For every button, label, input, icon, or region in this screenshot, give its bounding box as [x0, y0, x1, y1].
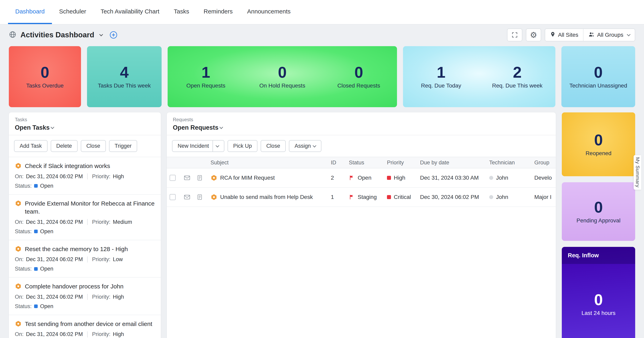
- notes-action[interactable]: [196, 175, 210, 181]
- on-label: On:: [15, 256, 24, 262]
- close-task-button[interactable]: Close: [81, 140, 106, 152]
- task-title: Complete handover process for John: [25, 282, 124, 291]
- column-header-subject[interactable]: Subject: [210, 160, 331, 166]
- tab-label: Announcements: [247, 8, 291, 15]
- add-task-button[interactable]: Add Task: [14, 140, 48, 152]
- stat-card-technician-unassigned[interactable]: 0 Technician Unassigned: [562, 46, 635, 107]
- technician-name: John: [496, 175, 508, 181]
- priority-label: Priority:: [92, 256, 110, 262]
- stat-open-requests[interactable]: 1 Open Requests: [168, 65, 244, 89]
- top-nav: Dashboard Scheduler Tech Availability Ch…: [0, 0, 644, 25]
- tab-scheduler[interactable]: Scheduler: [52, 0, 94, 24]
- stat-label: Tasks Overdue: [26, 83, 64, 89]
- separator: [87, 219, 88, 225]
- request-subject[interactable]: RCA for MIM Request: [210, 174, 331, 181]
- open-tasks-selector[interactable]: Open Tasks: [15, 124, 155, 131]
- close-request-button[interactable]: Close: [261, 140, 286, 152]
- task-item[interactable]: Reset the cache memory to 128 - High On:…: [9, 240, 161, 277]
- stat-label: Req. Due Today: [421, 83, 461, 89]
- button-label: Close: [86, 143, 100, 149]
- stat-req-due-today[interactable]: 1 Req. Due Today: [403, 65, 479, 89]
- row-checkbox[interactable]: [170, 175, 176, 181]
- stat-card-req-due[interactable]: 1 Req. Due Today 2 Req. Due This week: [403, 46, 556, 107]
- priority-label: Priority:: [92, 219, 110, 225]
- mail-action[interactable]: [184, 194, 196, 200]
- column-header-due[interactable]: Due by date: [420, 160, 489, 166]
- stat-closed-requests[interactable]: 0 Closed Requests: [320, 65, 397, 89]
- separator: [87, 256, 88, 262]
- button-divider: [212, 141, 213, 152]
- task-item[interactable]: Check if Slack integration works On: Dec…: [9, 157, 161, 194]
- status-label: Status:: [15, 183, 32, 189]
- stat-label: Closed Requests: [338, 83, 380, 89]
- column-header-priority[interactable]: Priority: [387, 160, 420, 166]
- flag-icon: [349, 194, 355, 200]
- table-row[interactable]: RCA for MIM Request 2 Open High Dec 31, …: [167, 168, 556, 188]
- tab-tech-availability-chart[interactable]: Tech Availability Chart: [94, 0, 166, 24]
- column-header-status[interactable]: Status: [349, 160, 387, 166]
- column-header-technician[interactable]: Technician: [489, 160, 534, 166]
- task-item[interactable]: Provide External Monitor for Rebecca at …: [9, 194, 161, 240]
- open-requests-selector[interactable]: Open Requests: [173, 124, 550, 131]
- stat-card-requests-summary[interactable]: 1 Open Requests 0 On Hold Requests 0 Clo…: [168, 46, 397, 107]
- assign-button[interactable]: Assign: [289, 140, 322, 152]
- notes-action[interactable]: [196, 194, 210, 200]
- button-label: Close: [266, 143, 280, 149]
- request-subject[interactable]: Unable to send mails from Help Desk: [210, 194, 331, 200]
- all-sites-filter[interactable]: All Sites: [545, 29, 583, 41]
- avatar: [489, 195, 493, 199]
- task-item[interactable]: Complete handover process for John On: D…: [9, 277, 161, 315]
- tab-dashboard[interactable]: Dashboard: [8, 0, 52, 24]
- tab-tasks[interactable]: Tasks: [166, 0, 196, 24]
- stat-req-due-week[interactable]: 2 Req. Due This week: [479, 65, 556, 89]
- stat-label: Pending Approval: [576, 217, 620, 224]
- tab-reminders[interactable]: Reminders: [196, 0, 240, 24]
- dashboard-selector[interactable]: Activities Dashboard: [9, 31, 118, 39]
- stat-card-pending-approval[interactable]: 0 Pending Approval: [562, 182, 635, 241]
- chevron-down-icon: [51, 125, 54, 129]
- task-icon: [15, 320, 22, 327]
- mail-action[interactable]: [184, 174, 196, 181]
- add-dashboard-button[interactable]: [109, 31, 118, 39]
- stat-card-tasks-due-week[interactable]: 4 Tasks Due This week: [87, 46, 162, 107]
- pick-up-button[interactable]: Pick Up: [228, 140, 258, 152]
- row-checkbox[interactable]: [170, 194, 176, 200]
- stat-card-req-inflow[interactable]: Req. Inflow 0 Last 24 hours: [562, 247, 635, 338]
- new-incident-button[interactable]: New Incident: [172, 140, 224, 152]
- all-groups-filter[interactable]: All Groups: [583, 29, 635, 41]
- delete-task-button[interactable]: Delete: [51, 140, 78, 152]
- tab-announcements[interactable]: Announcements: [240, 0, 298, 24]
- column-header-group[interactable]: Group: [534, 160, 556, 166]
- stat-card-reopened[interactable]: 0 Reopened: [562, 112, 635, 176]
- header-actions: ⚙ All Sites All Groups: [507, 29, 635, 41]
- requests-table: Subject ID Status Priority Due by date T…: [167, 157, 556, 338]
- trigger-task-button[interactable]: Trigger: [109, 140, 137, 152]
- priority-text: Critical: [394, 194, 411, 200]
- panel-title: Open Tasks: [15, 124, 50, 131]
- stat-label: Tasks Due This week: [98, 83, 151, 89]
- tasks-panel: Tasks Open Tasks Add Task Delete Close T…: [9, 112, 161, 338]
- requests-toolbar: New Incident Pick Up Close Assign: [167, 135, 556, 157]
- stat-label: Technician Unassigned: [570, 83, 627, 89]
- settings-button[interactable]: ⚙: [526, 29, 541, 41]
- task-title: Check if Slack integration works: [25, 162, 110, 170]
- tab-label: Reminders: [204, 8, 232, 15]
- request-group: Major I: [534, 194, 556, 200]
- page: Dashboard Scheduler Tech Availability Ch…: [0, 0, 644, 338]
- task-item[interactable]: Test sending from another device or emai…: [9, 315, 161, 338]
- stat-card-tasks-overdue[interactable]: 0 Tasks Overdue: [9, 46, 81, 107]
- fullscreen-button[interactable]: [507, 29, 522, 41]
- priority-indicator: [387, 195, 391, 199]
- table-row[interactable]: Unable to send mails from Help Desk 1 St…: [167, 188, 556, 207]
- column-header-id[interactable]: ID: [331, 160, 349, 166]
- status-text: Staging: [358, 194, 377, 200]
- stat-value: 0: [40, 65, 49, 80]
- request-priority: Critical: [387, 194, 420, 200]
- table-header-row: Subject ID Status Priority Due by date T…: [167, 157, 556, 168]
- task-title: Reset the cache memory to 128 - High: [25, 245, 128, 253]
- my-summary-tab[interactable]: My Summary: [634, 155, 641, 190]
- stat-onhold-requests[interactable]: 0 On Hold Requests: [244, 65, 320, 89]
- request-technician: John: [489, 194, 534, 200]
- task-icon: [15, 245, 22, 252]
- req-inflow-title: Req. Inflow: [562, 247, 635, 264]
